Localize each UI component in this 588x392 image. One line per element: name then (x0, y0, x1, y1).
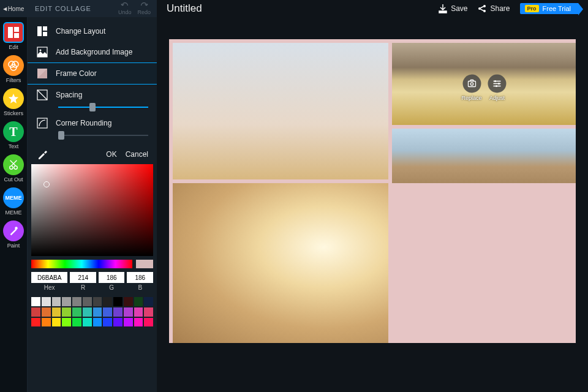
b-input[interactable] (127, 272, 153, 283)
palette-swatch[interactable] (31, 318, 40, 327)
collage-cell-1[interactable]: Replace Adjust (392, 43, 576, 125)
palette-swatch[interactable] (134, 318, 143, 327)
photo-2 (173, 43, 388, 179)
palette-swatch[interactable] (72, 318, 81, 327)
rail-stickers[interactable]: Stickers (2, 88, 24, 116)
palette-swatch[interactable] (31, 297, 40, 306)
cutout-icon (3, 154, 24, 175)
palette-swatch[interactable] (62, 307, 71, 317)
svg-point-6 (10, 166, 13, 169)
home-button[interactable]: ◀ Home (0, 0, 27, 17)
palette-swatch[interactable] (42, 297, 51, 306)
palette-swatch[interactable] (83, 318, 92, 327)
eyedropper-icon[interactable] (36, 148, 48, 160)
palette-swatch[interactable] (113, 297, 123, 306)
palette-swatch[interactable] (42, 307, 51, 317)
palette-swatch[interactable] (103, 297, 112, 306)
svg-point-22 (470, 83, 473, 85)
spacing-slider[interactable] (28, 105, 157, 113)
filters-icon (3, 55, 24, 76)
palette-swatch[interactable] (93, 307, 102, 317)
palette-swatch[interactable] (42, 318, 51, 327)
rail-meme[interactable]: MEME MEME (2, 187, 24, 216)
rail-cutout[interactable]: Cut Out (2, 154, 24, 183)
palette-swatch[interactable] (144, 318, 153, 327)
palette-swatch[interactable] (52, 307, 61, 317)
palette-swatch[interactable] (144, 297, 153, 306)
palette-swatch[interactable] (144, 307, 153, 317)
palette-swatch[interactable] (103, 307, 112, 317)
svg-rect-17 (439, 11, 447, 13)
corner-rounding-row[interactable]: Corner Rounding (28, 113, 157, 134)
change-layout-row[interactable]: Change Layout (28, 21, 157, 42)
corner-slider[interactable] (28, 134, 157, 141)
pro-trial-badge[interactable]: Pro Free Trial (520, 3, 578, 14)
r-input[interactable] (70, 272, 96, 283)
undo-icon (121, 2, 129, 9)
svg-rect-21 (468, 81, 475, 87)
palette-swatch[interactable] (93, 318, 102, 327)
project-title[interactable]: Untitled (167, 2, 426, 15)
rail-text[interactable]: T Text (2, 121, 24, 149)
svg-rect-11 (43, 32, 47, 36)
palette-swatch[interactable] (134, 297, 143, 306)
collage-canvas[interactable]: Replace Adjust (169, 39, 576, 343)
svg-rect-1 (14, 27, 19, 32)
svg-point-20 (483, 10, 486, 12)
palette-swatch[interactable] (52, 297, 61, 306)
replace-icon (462, 75, 481, 93)
hex-input[interactable] (31, 272, 68, 283)
panel-header: EDIT COLLAGE Undo Redo (28, 0, 157, 17)
palette-swatch[interactable] (134, 307, 143, 317)
rail-edit[interactable]: Edit (2, 22, 24, 50)
palette-swatch[interactable] (124, 318, 133, 327)
palette-swatch[interactable] (83, 307, 92, 317)
redo-button[interactable]: Redo (137, 2, 151, 15)
rail-paint[interactable]: Paint (2, 221, 24, 249)
collage-cell-4[interactable] (173, 183, 388, 343)
palette-swatch[interactable] (124, 297, 133, 306)
image-icon (36, 46, 48, 58)
palette-swatch[interactable] (62, 318, 71, 327)
redo-icon (140, 2, 148, 9)
cancel-button[interactable]: Cancel (126, 150, 148, 159)
palette-swatch[interactable] (62, 297, 71, 306)
spacing-row[interactable]: Spacing (28, 85, 157, 105)
palette-swatch[interactable] (31, 307, 40, 317)
svg-rect-10 (43, 26, 47, 31)
palette-swatch[interactable] (83, 297, 92, 306)
paint-icon (3, 221, 24, 241)
panel-title: EDIT COLLAGE (35, 5, 91, 12)
replace-button[interactable]: Replace (462, 75, 482, 101)
svg-rect-2 (14, 33, 19, 38)
svg-point-7 (14, 166, 17, 169)
palette-swatch[interactable] (52, 318, 61, 327)
meme-icon: MEME (3, 187, 24, 208)
saturation-value-box[interactable] (31, 164, 153, 256)
add-bg-row[interactable]: Add Background Image (28, 42, 157, 62)
chevron-left-icon: ◀ (3, 6, 7, 12)
frame-color-row[interactable]: Frame Color (28, 62, 157, 85)
save-button[interactable]: Save (438, 4, 467, 13)
g-input[interactable] (99, 272, 125, 283)
corner-icon (36, 117, 48, 129)
palette-swatch[interactable] (72, 307, 81, 317)
palette-swatch[interactable] (124, 307, 133, 317)
adjust-button[interactable]: Adjust (488, 75, 507, 101)
svg-rect-16 (37, 118, 47, 128)
palette-swatch[interactable] (103, 318, 112, 327)
main-area: Untitled Save Share Pro Free Trial (157, 0, 588, 392)
undo-button[interactable]: Undo (118, 2, 132, 15)
svg-point-19 (483, 5, 486, 7)
rail-filters[interactable]: Filters (2, 55, 24, 83)
edit-icon (3, 22, 24, 43)
palette-swatch[interactable] (93, 297, 102, 306)
collage-cell-3[interactable] (392, 129, 576, 183)
share-button[interactable]: Share (477, 4, 510, 13)
ok-button[interactable]: OK (106, 150, 116, 159)
palette-swatch[interactable] (72, 297, 81, 306)
hue-slider[interactable] (31, 260, 132, 268)
palette-swatch[interactable] (113, 307, 123, 317)
palette-swatch[interactable] (113, 318, 123, 327)
collage-cell-2[interactable] (173, 43, 388, 179)
